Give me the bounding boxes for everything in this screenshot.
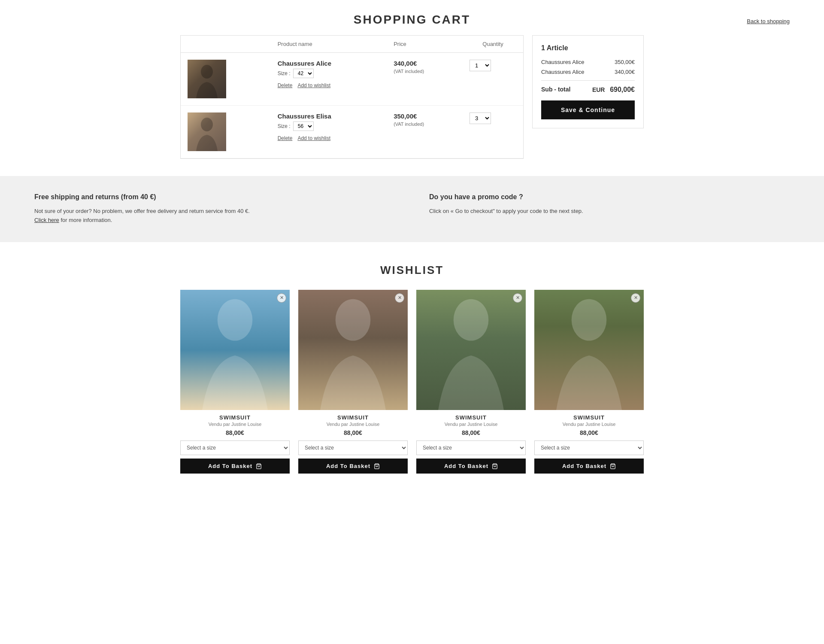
wishlist-img-placeholder: [298, 290, 408, 410]
item-price-cell: 350,00€ (VAT included): [387, 106, 463, 158]
wishlist-price: 88,00€: [180, 429, 290, 436]
item-actions: Delete Add to wishlist: [278, 82, 380, 88]
wishlist-vendor: Vendu par Justine Louise: [180, 422, 290, 427]
add-to-basket-button[interactable]: Add To Basket: [298, 459, 408, 474]
svg-point-1: [201, 118, 213, 131]
col-price: Price: [387, 36, 463, 53]
wishlist-img-placeholder: [180, 290, 290, 410]
subtotal-amount: EUR 690,00€: [592, 86, 635, 94]
summary-subtotal: Sub - total EUR 690,00€: [541, 86, 635, 94]
item-image-cell: [181, 106, 271, 158]
col-product-name: Product name: [271, 36, 387, 53]
delete-link[interactable]: Delete: [278, 82, 293, 88]
wishlist-item-name: SWIMSUIT: [416, 414, 526, 421]
shipping-info-block: Free shipping and returns (from 40 €) No…: [34, 193, 395, 225]
cart-table-wrapper: Product name Price Quantity Chaussures A…: [180, 35, 524, 159]
summary-title: 1 Article: [541, 44, 635, 52]
wishlist-remove-button[interactable]: ✕: [277, 293, 286, 303]
item-name: Chaussures Elisa: [278, 112, 380, 120]
wishlist-item: ✕ SWIMSUIT Vendu par Justine Louise 88,0…: [416, 290, 526, 474]
item-vat: (VAT included): [394, 122, 456, 127]
info-section: Free shipping and returns (from 40 €) No…: [0, 176, 824, 242]
shipping-heading: Free shipping and returns (from 40 €): [34, 193, 395, 201]
back-to-shopping-link[interactable]: Back to shopping: [747, 18, 790, 24]
cart-table-row: Chaussures Elisa Size : 56 Delete Add to…: [181, 106, 523, 158]
wishlist-size-select[interactable]: Select a size: [416, 440, 526, 455]
item-vat: (VAT included): [394, 69, 456, 74]
item-price: 340,00€: [394, 60, 456, 67]
wishlist-remove-button[interactable]: ✕: [395, 293, 404, 303]
summary-line-amount: 350,00€: [615, 59, 635, 65]
item-details-cell: Chaussures Elisa Size : 56 Delete Add to…: [271, 106, 387, 158]
item-price: 350,00€: [394, 112, 456, 120]
wishlist-size-select[interactable]: Select a size: [534, 440, 644, 455]
size-select[interactable]: 42: [293, 69, 314, 78]
item-actions: Delete Add to wishlist: [278, 135, 380, 141]
basket-icon: [492, 463, 498, 469]
summary-line-amount: 340,00€: [615, 69, 635, 75]
wishlist-size-select[interactable]: Select a size: [298, 440, 408, 455]
product-image: [188, 112, 226, 151]
click-here-link[interactable]: Click here: [34, 217, 59, 223]
item-qty-cell: 1: [463, 53, 523, 106]
summary-line-label: Chaussures Alice: [541, 69, 584, 75]
qty-select-wrapper: 3: [470, 112, 491, 124]
wishlist-price: 88,00€: [416, 429, 526, 436]
item-size: Size : 42: [278, 69, 380, 78]
item-price-cell: 340,00€ (VAT included): [387, 53, 463, 106]
product-image: [188, 60, 226, 98]
save-continue-button[interactable]: Save & Continue: [541, 100, 635, 119]
wishlist-product-image: ✕: [534, 290, 644, 410]
svg-point-0: [201, 65, 213, 79]
promo-text: Click on « Go to checkout" to apply your…: [429, 207, 790, 216]
wishlist-vendor: Vendu par Justine Louise: [534, 422, 644, 427]
item-details-cell: Chaussures Alice Size : 42 Delete Add to…: [271, 53, 387, 106]
item-size: Size : 56: [278, 122, 380, 131]
basket-icon: [256, 463, 262, 469]
svg-point-4: [336, 299, 371, 340]
promo-heading: Do you have a promo code ?: [429, 193, 790, 201]
wishlist-img-placeholder: [534, 290, 644, 410]
wishlist-remove-button[interactable]: ✕: [631, 293, 640, 303]
cart-section: Product name Price Quantity Chaussures A…: [154, 35, 670, 176]
wishlist-product-image: ✕: [298, 290, 408, 410]
wishlist-item-name: SWIMSUIT: [534, 414, 644, 421]
wishlist-product-image: ✕: [416, 290, 526, 410]
size-select[interactable]: 56: [293, 122, 314, 131]
shipping-text: Not sure of your order? No problem, we o…: [34, 207, 395, 225]
summary-line-label: Chaussures Alice: [541, 59, 584, 65]
wishlist-vendor: Vendu par Justine Louise: [416, 422, 526, 427]
wishlist-remove-button[interactable]: ✕: [513, 293, 522, 303]
cart-summary: 1 Article Chaussures Alice350,00€Chaussu…: [532, 35, 644, 128]
wishlist-size-select[interactable]: Select a size: [180, 440, 290, 455]
add-to-basket-button[interactable]: Add To Basket: [416, 459, 526, 474]
wishlist-grid: ✕ SWIMSUIT Vendu par Justine Louise 88,0…: [180, 290, 644, 474]
wishlist-section: WISHLIST ✕ SWIMSUIT Vendu par Justine Lo…: [154, 242, 670, 495]
wishlist-price: 88,00€: [298, 429, 408, 436]
svg-point-2: [218, 299, 253, 340]
wishlist-price: 88,00€: [534, 429, 644, 436]
svg-point-8: [572, 299, 607, 340]
summary-divider: [541, 80, 635, 81]
wishlist-item-name: SWIMSUIT: [180, 414, 290, 421]
qty-select-wrapper: 1: [470, 60, 491, 71]
summary-line: Chaussures Alice340,00€: [541, 69, 635, 75]
svg-point-6: [454, 299, 489, 340]
page-header: SHOPPING CART Back to shopping: [0, 0, 824, 35]
add-to-basket-button[interactable]: Add To Basket: [180, 459, 290, 474]
page-title: SHOPPING CART: [0, 13, 824, 27]
quantity-select[interactable]: 1: [470, 60, 491, 71]
item-qty-cell: 3: [463, 106, 523, 158]
add-to-wishlist-link[interactable]: Add to wishlist: [297, 135, 330, 141]
subtotal-label: Sub - total: [541, 86, 570, 94]
add-to-wishlist-link[interactable]: Add to wishlist: [297, 82, 330, 88]
add-to-basket-button[interactable]: Add To Basket: [534, 459, 644, 474]
wishlist-img-placeholder: [416, 290, 526, 410]
summary-line: Chaussures Alice350,00€: [541, 59, 635, 65]
quantity-select[interactable]: 3: [470, 112, 491, 124]
cart-table: Product name Price Quantity Chaussures A…: [181, 36, 523, 158]
wishlist-item: ✕ SWIMSUIT Vendu par Justine Louise 88,0…: [180, 290, 290, 474]
delete-link[interactable]: Delete: [278, 135, 293, 141]
col-quantity: Quantity: [463, 36, 523, 53]
item-name: Chaussures Alice: [278, 60, 380, 67]
